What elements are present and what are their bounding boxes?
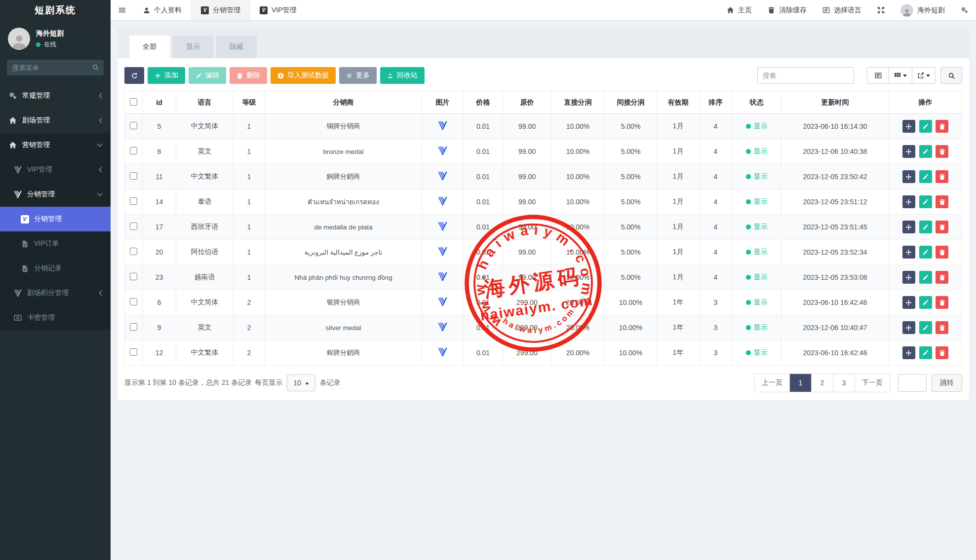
move-row-button[interactable] (902, 170, 915, 183)
search-icon[interactable] (92, 64, 99, 71)
select-all-checkbox[interactable] (130, 98, 137, 106)
move-row-button[interactable] (902, 246, 915, 259)
page-size-select[interactable]: 10 (287, 374, 315, 391)
distributor-image[interactable] (437, 247, 448, 256)
sidebar-item-card-keys[interactable]: 卡密管理 (0, 305, 111, 330)
distributor-image[interactable] (437, 146, 448, 155)
move-row-button[interactable] (902, 145, 915, 158)
row-checkbox[interactable] (130, 147, 137, 154)
delete-row-button[interactable] (936, 170, 948, 183)
page-1-button[interactable]: 1 (790, 374, 812, 392)
view-tab-shown[interactable]: 显示 (173, 36, 213, 58)
export-button[interactable] (912, 68, 935, 83)
distributor-image[interactable] (437, 347, 448, 357)
columns-button[interactable] (889, 68, 912, 83)
distributor-image[interactable] (437, 222, 448, 231)
jump-button[interactable]: 跳转 (932, 374, 962, 392)
delete-row-button[interactable] (936, 321, 948, 334)
distributor-image[interactable] (437, 121, 448, 130)
row-checkbox[interactable] (130, 323, 137, 331)
status-badge[interactable]: 显示 (746, 122, 768, 131)
move-row-button[interactable] (902, 120, 915, 133)
sidebar-item-distribution-manage[interactable]: 分销管理 (0, 182, 111, 207)
status-badge[interactable]: 显示 (746, 197, 768, 206)
status-badge[interactable]: 显示 (746, 323, 768, 332)
row-checkbox[interactable] (130, 298, 137, 305)
tab-distribution-manage[interactable]: V 分销管理 (191, 0, 250, 20)
sidebar-item-general[interactable]: 常规管理 (0, 83, 111, 108)
status-badge[interactable]: 显示 (746, 147, 768, 156)
delete-row-button[interactable] (936, 120, 948, 133)
import-test-data-button[interactable]: 导入测试数据 (271, 67, 336, 84)
status-badge[interactable]: 显示 (746, 172, 768, 181)
edit-row-button[interactable] (919, 271, 932, 284)
settings-button[interactable] (953, 0, 976, 20)
jump-page-input[interactable] (898, 374, 927, 392)
sidebar-item-theater[interactable]: 剧场管理 (0, 108, 111, 133)
row-checkbox[interactable] (130, 248, 137, 255)
sidebar-item-distribution-manage-active[interactable]: V 分销管理 (0, 207, 111, 231)
status-badge[interactable]: 显示 (746, 248, 768, 257)
sidebar-toggle-button[interactable] (111, 0, 134, 20)
select-language-button[interactable]: 选择语言 (815, 0, 869, 20)
edit-row-button[interactable] (919, 195, 932, 208)
search-button[interactable] (940, 67, 962, 84)
distributor-image[interactable] (437, 272, 448, 281)
move-row-button[interactable] (902, 195, 915, 208)
refresh-button[interactable] (124, 67, 144, 84)
user-menu[interactable]: 海外短剧 (893, 0, 953, 20)
next-page-button[interactable]: 下一页 (855, 374, 890, 392)
sidebar-item-distribution-records[interactable]: 分销记录 (0, 256, 111, 281)
delete-row-button[interactable] (936, 246, 948, 259)
delete-row-button[interactable] (936, 346, 948, 359)
row-checkbox[interactable] (130, 273, 137, 280)
sidebar-item-vip-manage[interactable]: VIP管理 (0, 157, 111, 182)
status-badge[interactable]: 显示 (746, 223, 768, 231)
detail-view-button[interactable] (867, 68, 889, 83)
distributor-image[interactable] (437, 196, 448, 206)
delete-row-button[interactable] (936, 271, 948, 284)
distributor-image[interactable] (437, 171, 448, 181)
delete-button[interactable]: 删除 (230, 67, 267, 84)
status-badge[interactable]: 显示 (746, 298, 768, 307)
prev-page-button[interactable]: 上一页 (755, 374, 790, 392)
more-button[interactable]: 更多 (339, 67, 377, 84)
recycle-bin-button[interactable]: 回收站 (380, 67, 425, 84)
edit-row-button[interactable] (919, 321, 932, 334)
table-search-input[interactable] (757, 67, 854, 84)
edit-button[interactable]: 编辑 (189, 67, 226, 84)
tab-profile[interactable]: 个人资料 (134, 0, 191, 20)
edit-row-button[interactable] (919, 296, 932, 309)
distributor-image[interactable] (437, 297, 448, 306)
delete-row-button[interactable] (936, 195, 948, 208)
edit-row-button[interactable] (919, 246, 932, 259)
move-row-button[interactable] (902, 296, 915, 309)
status-badge[interactable]: 显示 (746, 273, 768, 282)
sidebar-item-theater-points[interactable]: 剧场积分管理 (0, 281, 111, 305)
edit-row-button[interactable] (919, 170, 932, 183)
delete-row-button[interactable] (936, 221, 948, 233)
page-2-button[interactable]: 2 (812, 374, 833, 392)
row-checkbox[interactable] (130, 348, 137, 356)
page-3-button[interactable]: 3 (833, 374, 855, 392)
move-row-button[interactable] (902, 321, 915, 334)
delete-row-button[interactable] (936, 145, 948, 158)
row-checkbox[interactable] (130, 122, 137, 129)
distributor-image[interactable] (437, 322, 448, 332)
row-checkbox[interactable] (130, 223, 137, 230)
edit-row-button[interactable] (919, 221, 932, 233)
edit-row-button[interactable] (919, 120, 932, 133)
add-button[interactable]: 添加 (148, 67, 185, 84)
move-row-button[interactable] (902, 221, 915, 233)
home-button[interactable]: 主页 (719, 0, 760, 20)
edit-row-button[interactable] (919, 145, 932, 158)
status-badge[interactable]: 显示 (746, 348, 768, 357)
fullscreen-button[interactable] (869, 0, 893, 20)
edit-row-button[interactable] (919, 346, 932, 359)
row-checkbox[interactable] (130, 197, 137, 205)
view-tab-all[interactable]: 全部 (129, 36, 170, 58)
sidebar-item-marketing[interactable]: 营销管理 (0, 133, 111, 157)
move-row-button[interactable] (902, 346, 915, 359)
sidebar-item-vip-orders[interactable]: VIP订单 (0, 231, 111, 256)
row-checkbox[interactable] (130, 172, 137, 180)
